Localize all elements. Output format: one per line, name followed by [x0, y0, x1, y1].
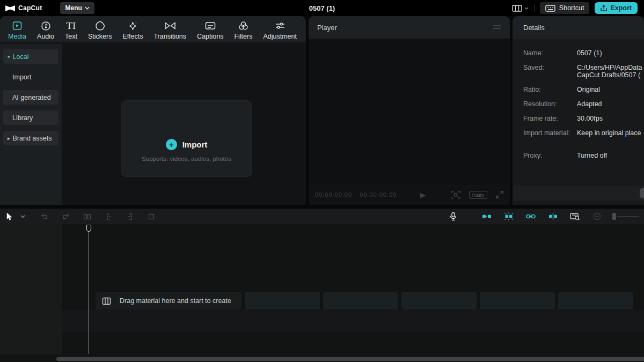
detail-row-saved: Saved: C:/Users/HP/AppData CapCut Drafts… — [523, 64, 644, 79]
delete-left-icon[interactable] — [102, 210, 115, 223]
horizontal-scrollbar[interactable] — [56, 357, 644, 361]
crop-icon[interactable] — [145, 210, 158, 223]
detail-value: Keep in original place — [577, 129, 644, 137]
track-segment — [401, 292, 477, 309]
tab-text[interactable]: TI Text — [60, 19, 82, 41]
triangle-right-icon: ▸ — [8, 136, 10, 141]
detail-label: Name: — [523, 49, 577, 57]
shortcut-button[interactable]: Shortcut — [540, 2, 590, 14]
media-content-area: + Import Supports: videos, audios, photo… — [62, 44, 306, 205]
track-background-band — [62, 309, 644, 332]
effects-icon — [128, 20, 138, 31]
sidebar-item-label: Import — [12, 73, 31, 81]
mirror-split-toggle-icon[interactable] — [546, 210, 559, 223]
tab-effects[interactable]: Effects — [118, 19, 148, 41]
undo-icon[interactable] — [38, 210, 50, 223]
sidebar-item-import[interactable]: Import — [3, 70, 58, 84]
import-dropzone[interactable]: + Import Supports: videos, audios, photo… — [121, 100, 252, 177]
detail-label: Frame rate: — [523, 115, 577, 122]
sidebar-item-library[interactable]: Library — [3, 110, 58, 125]
sidebar-item-label: Brand assets — [13, 135, 52, 142]
tab-captions[interactable]: Captions — [192, 19, 228, 41]
detail-row-import-material: Import material: Keep in original place — [523, 129, 644, 137]
ratio-button[interactable]: Ratio — [469, 191, 487, 199]
details-body: Name: 0507 (1) Saved: C:/Users/HP/AppDat… — [513, 39, 644, 159]
chevron-down-icon — [85, 6, 90, 10]
timeline-zoom-slider[interactable] — [612, 213, 639, 220]
sidebar-item-local[interactable]: ▾ Local — [3, 49, 58, 64]
plus-icon: + — [166, 139, 177, 150]
player-title: Player — [317, 24, 337, 32]
drag-hint-text: Drag material here and start to create — [120, 297, 231, 305]
playhead-line — [89, 232, 89, 354]
sidebar-item-brand-assets[interactable]: ▸ Brand assets — [3, 131, 58, 145]
detail-value: C:/Users/HP/AppData CapCut Drafts/0507 ( — [577, 64, 644, 79]
play-button[interactable]: ▶ — [420, 191, 426, 199]
keyboard-icon — [545, 5, 555, 12]
link-toggle-icon[interactable] — [524, 210, 537, 223]
top-bar: CapCut Menu 0507 (1) — [0, 0, 644, 16]
detail-value: Adapted — [577, 100, 644, 108]
auto-snap-toggle-icon[interactable] — [502, 210, 515, 223]
export-button[interactable]: Export — [595, 2, 638, 14]
media-icon — [12, 20, 23, 31]
select-tool-button[interactable] — [3, 210, 16, 223]
record-voiceover-icon[interactable] — [447, 210, 459, 223]
tab-label: Filters — [234, 33, 252, 40]
filters-icon — [238, 20, 248, 31]
details-header: Details — [513, 16, 644, 39]
topbar-divider — [534, 4, 535, 12]
sidebar-item-label: Local — [13, 53, 29, 61]
redo-icon[interactable] — [59, 210, 72, 223]
tab-label: Captions — [197, 33, 223, 40]
preview-zoom-icon[interactable] — [451, 191, 460, 199]
sidebar-item-ai-generated[interactable]: AI generated — [3, 90, 58, 105]
preview-axis-icon[interactable] — [568, 210, 581, 223]
details-panel: Details Name: 0507 (1) Saved: C:/Users/H… — [513, 16, 644, 205]
detail-label: Saved: — [523, 64, 577, 79]
timeline-toolbar — [0, 209, 644, 224]
track-segment — [558, 292, 633, 309]
zoom-slider-handle[interactable] — [612, 213, 616, 220]
modify-button[interactable] — [640, 188, 644, 198]
zoom-slider-track — [617, 216, 639, 217]
track-header-column — [0, 224, 62, 354]
fullscreen-icon[interactable] — [496, 191, 503, 198]
tab-media[interactable]: Media — [3, 19, 31, 41]
select-tool-chevron[interactable] — [16, 210, 29, 223]
menu-button[interactable]: Menu — [60, 2, 94, 14]
player-header: Player — [309, 16, 510, 39]
player-menu-icon[interactable] — [493, 25, 501, 30]
import-hint: Supports: videos, audios, photos — [142, 156, 231, 162]
capcut-app: CapCut Menu 0507 (1) — [0, 0, 644, 362]
track-segment — [480, 292, 555, 309]
asset-tab-bar: Media Audio TI Text — [0, 16, 306, 43]
sidebar-item-label: Library — [12, 114, 33, 122]
tab-filters[interactable]: Filters — [229, 19, 257, 41]
detail-value: Turned off — [577, 152, 644, 159]
tab-label: Transitions — [153, 33, 186, 40]
zoom-out-icon[interactable] — [590, 210, 603, 223]
logo-text: CapCut — [18, 4, 42, 12]
detail-row-proxy: Proxy: Turned off — [523, 152, 644, 159]
delete-right-icon[interactable] — [123, 210, 136, 223]
media-panel: Media Audio TI Text — [0, 16, 306, 205]
track-dropzone[interactable]: Drag material here and start to create — [96, 292, 241, 309]
tab-audio[interactable]: Audio — [32, 19, 59, 41]
detail-row-ratio: Ratio: Original — [523, 86, 644, 93]
import-label: Import — [182, 140, 208, 149]
layout-icon — [512, 5, 522, 12]
media-sidebar: ▾ Local Import AI generated Library ▸ Br… — [0, 44, 62, 205]
split-icon[interactable] — [80, 210, 93, 223]
layout-switch-button[interactable] — [512, 5, 529, 12]
playhead[interactable] — [85, 225, 93, 356]
shortcut-label: Shortcut — [559, 4, 584, 12]
magnet-toggle-icon[interactable] — [480, 210, 493, 223]
detail-row-framerate: Frame rate: 30.00fps — [523, 115, 644, 122]
tab-adjustment[interactable]: Adjustment — [258, 19, 302, 41]
tab-stickers[interactable]: Stickers — [83, 19, 116, 41]
total-duration: 00:00:00:00 — [360, 191, 397, 198]
tab-transitions[interactable]: Transitions — [149, 19, 191, 41]
player-controls: 00:00:00:00 00:00:00:00 ▶ Ratio — [309, 184, 510, 205]
triangle-down-icon: ▾ — [8, 54, 10, 60]
